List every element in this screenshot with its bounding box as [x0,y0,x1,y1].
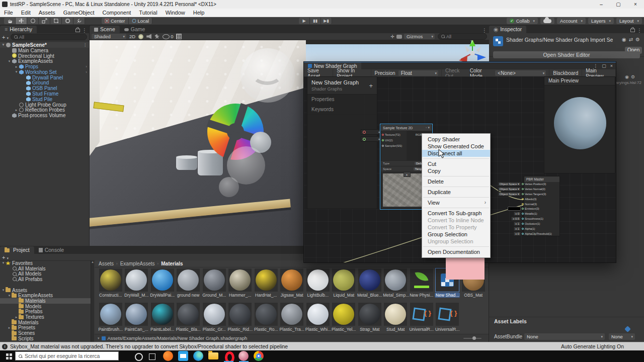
material-item[interactable]: UniversalR... [435,303,461,332]
color-mode-dropdown[interactable]: <None> [495,70,546,76]
save-asset-button[interactable]: Save Asset [304,69,333,77]
blackboard-toggle-button[interactable]: Blackboard [549,69,582,77]
add-gameobject-button[interactable]: +▾ [2,34,9,40]
breadcrumb-materials[interactable]: Materials [161,261,183,266]
port-default-value[interactable]: Object Space ▾ [498,187,521,191]
context-menu-item[interactable]: View › [422,199,490,206]
thumbnail-size-slider[interactable] [463,338,481,339]
pivot-local-button[interactable]: Local [129,18,153,24]
hierarchy-item[interactable]: Stud Frame [0,91,89,97]
material-item[interactable]: HardHat_... [253,268,279,298]
project-tree-scrollbar[interactable]: ▲ [91,260,94,342]
assetbundle-dropdown[interactable]: None [524,333,605,340]
context-menu-item[interactable]: Group Selection [422,231,490,238]
context-menu-item[interactable]: Convert To Sub-graph [422,210,490,217]
expand-arrow-icon[interactable]: ▾ [1,261,6,265]
project-tree-item[interactable]: Materials [0,320,91,325]
material-item[interactable]: Plastic_Bla... [176,303,202,332]
material-item[interactable]: ground new [176,268,202,298]
material-item[interactable]: Ground_M... [201,268,227,298]
move-tool-icon[interactable] [16,18,27,24]
pivot-center-button[interactable]: Center [102,18,129,24]
tab-project[interactable]: Project [0,246,34,254]
hierarchy-item[interactable]: Post-process Volume [0,113,89,118]
context-menu-item[interactable] [423,158,489,159]
material-item[interactable]: PaintBrush... [98,303,124,332]
material-item[interactable]: Metal_Simp... [383,268,409,298]
hierarchy-search-input[interactable]: All [11,34,87,40]
breadcrumb-exampleassets[interactable]: ExampleAssets [120,261,155,266]
expand-arrow-icon[interactable]: ▸ [7,326,12,330]
hierarchy-item[interactable]: Stud Pile [0,97,89,102]
context-menu-item[interactable] [423,208,489,208]
toggle-2d-button[interactable]: 2D [129,34,135,39]
open-shader-editor-button[interactable]: Open Shader Editor [493,51,640,58]
node-input-port[interactable]: UV(2) [381,137,407,143]
project-tree-item[interactable]: ▾ Favorites [0,260,91,266]
context-menu-item[interactable] [423,197,489,198]
hierarchy-item[interactable]: ▾ SampleScene* ⋮ [0,42,89,48]
pbr-master-port-row[interactable]: Object Space ▾ Vertex Position(3) [498,182,563,187]
context-menu-item[interactable]: Disconnect all [422,150,490,157]
pbr-master-port-row[interactable]: Object Space ▾ Vertex Tangent(3) [498,192,563,197]
expand-arrow-icon[interactable]: ▸ [14,65,19,69]
project-tree-item[interactable] [0,282,91,288]
pbr-master-port-row[interactable]: x 1 Occlusion(1) [498,221,563,226]
camera-settings-icon[interactable] [396,35,402,39]
pbr-master-port-row[interactable]: Emission(3) [498,206,563,211]
material-item[interactable]: Metal_Blue... [357,268,383,298]
project-tree-item[interactable]: Models [0,304,91,309]
menu-item[interactable]: Tutorial [135,9,161,17]
start-button-icon[interactable] [6,353,9,356]
account-dropdown[interactable]: Account▾ [557,18,586,24]
component-tools-icon[interactable]: ✛ [390,34,394,39]
minimize-button[interactable]: – [593,0,610,9]
menu-item[interactable]: Help [189,9,209,17]
custom-tool-icon[interactable] [73,18,85,24]
pbr-master-port-row[interactable]: Normal(3) [498,202,563,207]
context-menu-item[interactable]: Open Documentation [422,248,490,255]
collapsed-node[interactable]: ▾ [361,129,382,135]
scene-panel-menu-icon[interactable]: ⋮ [480,28,489,33]
presets-icon[interactable]: ⇄ [629,37,633,42]
taskbar-app-edge[interactable] [192,350,205,362]
os-title-bar[interactable]: testRP - SampleScene - PC, Mac & Linux S… [0,0,644,9]
expand-arrow-icon[interactable]: ▾ [7,59,12,63]
material-item[interactable]: Hammer_... [227,268,254,298]
hierarchy-item[interactable]: ▾ ExampleAssets [0,58,89,64]
material-item[interactable]: Liquid_Mat [331,268,357,298]
context-menu-item[interactable]: Convert To Inline Node [422,217,490,224]
tab-hierarchy[interactable]: ≡Hierarchy [0,26,37,33]
hierarchy-item[interactable]: ▸ Props › [0,64,89,69]
material-item[interactable]: Strap_Mat [357,303,383,332]
maximize-button[interactable]: ▢ [610,0,627,9]
menu-item[interactable]: Component [98,9,135,17]
port-default-value[interactable]: x 1 [498,222,521,226]
material-item[interactable]: Plastic_Whi... [305,303,331,332]
add-property-button[interactable]: + [369,82,373,89]
expand-arrow-icon[interactable]: ▾ [7,294,12,298]
taskbar-app-mail[interactable] [177,350,190,362]
hierarchy-item[interactable]: Ground [0,80,89,86]
context-menu-item[interactable] [423,246,489,247]
hierarchy-item[interactable]: ▾ Workshop Set › [0,69,89,75]
taskbar-app-opera[interactable] [222,350,235,362]
prefab-open-icon[interactable]: ⋮ [83,43,87,47]
project-tree-item[interactable]: Scripts [0,336,91,341]
menu-item[interactable]: Assets [35,9,59,17]
material-item[interactable]: Plastic_Rid... [227,303,254,332]
hierarchy-item[interactable]: Light Probe Group [0,102,89,108]
project-tree-item[interactable]: ▾ Assets [0,288,91,293]
context-menu-item[interactable]: Convert To Property [422,224,490,231]
pbr-master-port-row[interactable]: x 0 Metallic(1) [498,211,563,216]
collapse-preview-icon[interactable]: ▴ [404,172,411,177]
task-view-icon[interactable] [149,353,155,360]
prefab-open-icon[interactable]: › [86,64,87,69]
project-tree-item[interactable]: ▸ Presets [0,325,91,331]
project-tree-item[interactable]: All Materials [0,266,91,272]
node-input-port[interactable]: Texture(T2) [381,132,407,137]
pbr-master-port-row[interactable]: Albedo(3) [498,197,563,202]
grid-settings-icon[interactable] [176,34,182,39]
asset-labels-header[interactable]: Asset Labels [489,317,644,325]
assetbundle-variant-dropdown[interactable]: None [609,333,635,340]
